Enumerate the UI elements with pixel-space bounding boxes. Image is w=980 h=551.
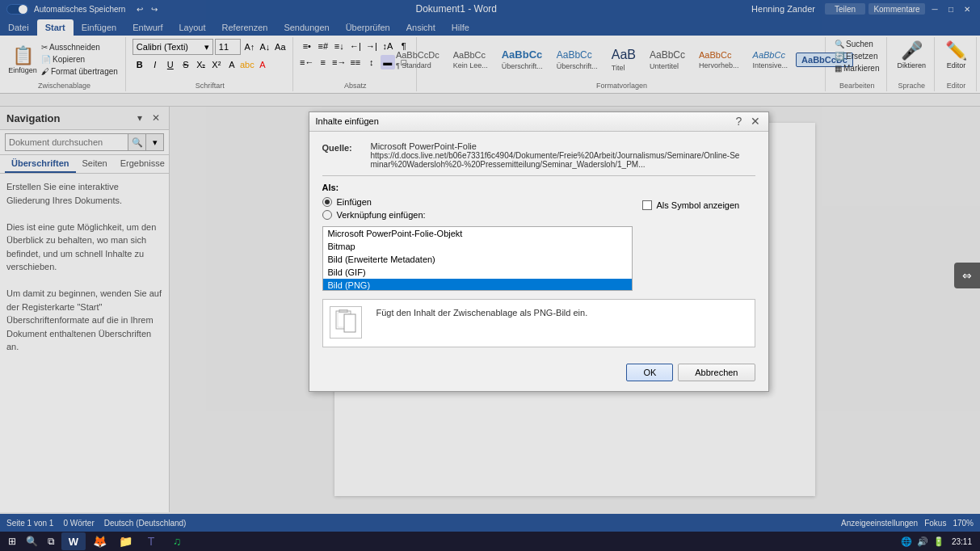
radio-insert[interactable]: Einfügen: [322, 197, 633, 207]
cancel-button[interactable]: Abbrechen: [678, 364, 755, 381]
right-panel-toggle-btn[interactable]: ⇔: [954, 263, 980, 288]
radio-insert-circle: [322, 197, 332, 207]
format-listbox[interactable]: Microsoft PowerPoint-Folie-Objekt Bitmap…: [322, 226, 633, 291]
als-row-label: Als:: [322, 183, 755, 192]
als-label: Als:: [322, 183, 339, 192]
task-view-btn[interactable]: ⧉: [42, 533, 60, 549]
start-btn[interactable]: ⊞: [3, 533, 21, 549]
result-area: Fügt den Inhalt der Zwischenablage als P…: [322, 299, 755, 347]
ok-button[interactable]: OK: [626, 364, 673, 381]
spotify-icon: ♫: [173, 535, 182, 548]
listbox-item-0[interactable]: Microsoft PowerPoint-Folie-Objekt: [323, 227, 632, 240]
listbox-item-2[interactable]: Bild (Erweiterte Metadaten): [323, 253, 632, 266]
word-icon: W: [69, 536, 78, 548]
separator: [322, 175, 755, 176]
insert-content-dialog: Inhalte einfügen ? ✕ Quelle: Microsoft P…: [309, 111, 769, 392]
dialog-close-btn[interactable]: ✕: [749, 115, 762, 128]
radio-link[interactable]: Verknüpfung einfügen:: [322, 210, 633, 220]
dialog-overlay: Inhalte einfügen ? ✕ Quelle: Microsoft P…: [0, 0, 980, 551]
as-symbol-checkbox[interactable]: [642, 200, 652, 210]
taskbar-time: 23:11: [947, 537, 977, 546]
taskbar-app-files[interactable]: 📁: [113, 532, 137, 550]
radio-link-label: Verknüpfung einfügen:: [337, 210, 426, 220]
result-content: Fügt den Inhalt der Zwischenablage als P…: [330, 306, 748, 339]
taskbar-app-spotify[interactable]: ♫: [165, 532, 189, 550]
volume-icon[interactable]: 🔊: [916, 535, 929, 548]
dialog-titlebar: Inhalte einfügen ? ✕: [309, 112, 768, 132]
as-symbol-label: Als Symbol anzeigen: [657, 200, 740, 210]
svg-rect-3: [344, 314, 355, 332]
paste-icon-svg: [333, 309, 359, 335]
firefox-icon: 🦊: [93, 535, 107, 548]
dialog-help-btn[interactable]: ?: [733, 115, 746, 128]
listbox-item-1[interactable]: Bitmap: [323, 240, 632, 253]
teams-icon: T: [148, 535, 155, 548]
listbox-item-4[interactable]: Bild (PNG): [323, 279, 632, 291]
radio-insert-label: Einfügen: [337, 197, 372, 207]
taskbar-app-firefox[interactable]: 🦊: [87, 532, 111, 550]
network-icon[interactable]: 🌐: [900, 535, 913, 548]
dialog-title: Inhalte einfügen: [316, 116, 379, 126]
taskbar-system-icons: 🌐 🔊 🔋: [900, 535, 945, 548]
source-label: Quelle:: [322, 141, 371, 153]
search-taskbar-btn[interactable]: 🔍: [23, 533, 40, 549]
radio-group: Einfügen Verknüpfung einfügen:: [322, 197, 633, 220]
source-row: Quelle: Microsoft PowerPoint-Folie https…: [322, 141, 755, 169]
files-icon: 📁: [119, 535, 132, 548]
svg-rect-1: [339, 309, 347, 313]
battery-icon[interactable]: 🔋: [932, 535, 945, 548]
dialog-right: Als Symbol anzeigen: [642, 197, 755, 291]
result-text: Fügt den Inhalt der Zwischenablage als P…: [376, 306, 588, 320]
as-symbol-row: Als Symbol anzeigen: [642, 200, 755, 210]
dialog-left: Einfügen Verknüpfung einfügen: Microsoft…: [322, 197, 633, 291]
dialog-footer: OK Abbrechen: [309, 357, 768, 391]
dialog-section: Einfügen Verknüpfung einfügen: Microsoft…: [322, 197, 755, 291]
source-value: Microsoft PowerPoint-Folie: [371, 141, 742, 151]
source-url: https://d.docs.live.net/b06e7331f6c4904/…: [371, 151, 742, 169]
taskbar-app-teams[interactable]: T: [139, 532, 163, 550]
listbox-item-3[interactable]: Bild (GIF): [323, 266, 632, 279]
dialog-body: Quelle: Microsoft PowerPoint-Folie https…: [309, 132, 768, 357]
taskbar-app-word[interactable]: W: [61, 532, 86, 550]
source-values: Microsoft PowerPoint-Folie https://d.doc…: [371, 141, 742, 169]
radio-link-circle: [322, 210, 332, 220]
result-icon: [330, 306, 362, 339]
dialog-titlebar-btns: ? ✕: [733, 115, 762, 128]
taskbar: ⊞ 🔍 ⧉ W 🦊 📁 T ♫ 🌐 🔊 🔋 23:11: [0, 532, 980, 551]
